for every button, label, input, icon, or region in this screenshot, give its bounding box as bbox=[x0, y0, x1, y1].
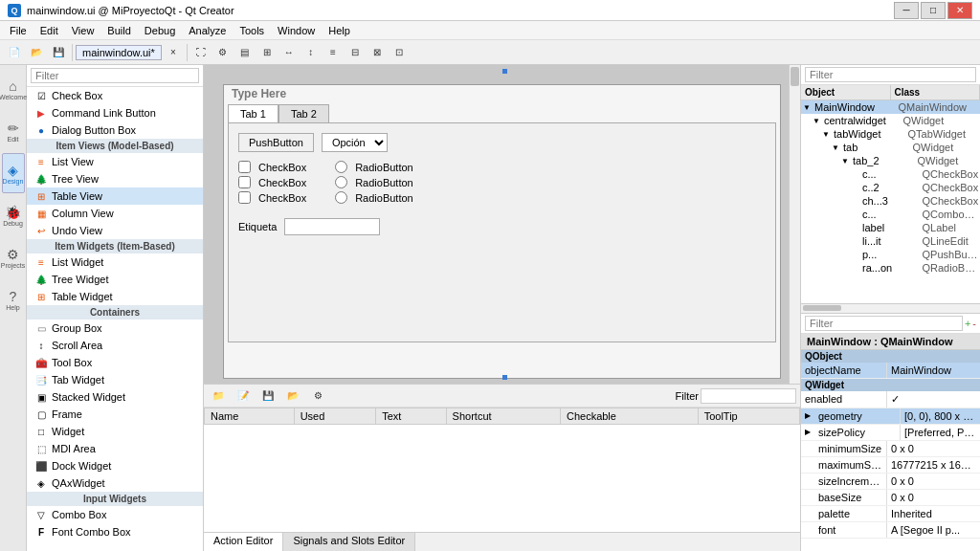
mode-design[interactable]: ◈ Design bbox=[2, 153, 25, 193]
action-new[interactable]: 📁 bbox=[208, 386, 229, 407]
minimize-button[interactable]: ─ bbox=[894, 2, 919, 19]
prop-val[interactable]: 0 x 0 bbox=[887, 474, 980, 489]
widget-tree-view[interactable]: 🌲 Tree View bbox=[27, 170, 203, 187]
canvas-line-edit[interactable] bbox=[284, 218, 380, 235]
checkbox-input-2[interactable] bbox=[238, 176, 251, 188]
radio-input-1[interactable] bbox=[335, 161, 347, 173]
toolbar-btn6[interactable]: ↕ bbox=[301, 42, 322, 63]
design-scrollbar[interactable] bbox=[789, 65, 800, 384]
widget-frame[interactable]: ▢ Frame bbox=[27, 406, 203, 423]
file-tab[interactable]: mainwindow.ui* bbox=[76, 45, 162, 60]
menu-view[interactable]: View bbox=[66, 24, 100, 37]
widget-list-widget[interactable]: ≡ List Widget bbox=[27, 253, 203, 271]
design-area[interactable]: Type Here Tab 1 Tab 2 PushButton bbox=[204, 65, 800, 384]
widget-command-link[interactable]: ▶ Command Link Button bbox=[27, 104, 203, 121]
widget-column-view[interactable]: ▦ Column View bbox=[27, 205, 203, 222]
hscroll-thumb[interactable] bbox=[803, 305, 841, 311]
prop-row-geometry[interactable]: ▶ geometry [0, 0), 800 x 600 bbox=[801, 408, 980, 425]
tree-item-tabwidget[interactable]: ▼ tabWidget QTabWidget bbox=[801, 127, 980, 141]
canvas-push-button[interactable]: PushButton bbox=[238, 133, 314, 152]
action-settings[interactable]: ⚙ bbox=[307, 386, 328, 407]
toolbar-new[interactable]: 📄 bbox=[4, 42, 25, 63]
menu-analyze[interactable]: Analyze bbox=[183, 24, 232, 37]
prop-row-font[interactable]: font A [Segoe II p... bbox=[801, 522, 980, 539]
widget-widget[interactable]: □ Widget bbox=[27, 423, 203, 440]
widget-font-combo[interactable]: F Font Combo Box bbox=[27, 523, 203, 540]
prop-val[interactable]: 0 x 0 bbox=[887, 441, 980, 456]
menu-edit[interactable]: Edit bbox=[34, 24, 64, 37]
action-add[interactable]: 📝 bbox=[233, 386, 254, 407]
maximize-button[interactable]: □ bbox=[921, 2, 946, 19]
widget-list-view[interactable]: ≡ List View bbox=[27, 153, 203, 170]
prop-val[interactable]: [Preferred, Pref... bbox=[901, 425, 980, 440]
widget-tool-box[interactable]: 🧰 Tool Box bbox=[27, 354, 203, 371]
widget-combo-box[interactable]: ▽ Combo Box bbox=[27, 506, 203, 523]
prop-val[interactable]: Inherited bbox=[887, 506, 980, 521]
toolbar-open[interactable]: 📂 bbox=[26, 42, 47, 63]
object-filter-input[interactable] bbox=[805, 67, 976, 82]
widget-stacked[interactable]: ▣ Stacked Widget bbox=[27, 388, 203, 406]
mode-debug[interactable]: 🐞 Debug bbox=[2, 195, 25, 235]
tab-action-editor[interactable]: Action Editor bbox=[204, 533, 283, 551]
file-tab-close[interactable]: × bbox=[163, 42, 184, 63]
tree-item-tab2[interactable]: ▼ tab_2 QWidget bbox=[801, 154, 980, 167]
toolbar-btn3[interactable]: ▤ bbox=[234, 42, 256, 63]
widget-tree-widget[interactable]: 🌲 Tree Widget bbox=[27, 271, 203, 288]
checkbox-input-3[interactable] bbox=[238, 191, 251, 204]
menu-debug[interactable]: Debug bbox=[139, 24, 181, 37]
tree-item-c3[interactable]: ch...3 QCheckBox bbox=[801, 194, 980, 208]
widget-table-widget[interactable]: ⊞ Table Widget bbox=[27, 288, 203, 305]
widget-dialog-button[interactable]: ● Dialog Button Box bbox=[27, 121, 203, 139]
prop-filter-input[interactable] bbox=[805, 316, 963, 331]
toolbar-btn9[interactable]: ⊠ bbox=[367, 42, 388, 63]
toolbar-btn8[interactable]: ⊟ bbox=[345, 42, 366, 63]
widget-filter-input[interactable] bbox=[31, 68, 199, 83]
scrollbar-thumb[interactable] bbox=[791, 67, 799, 86]
tree-item-label[interactable]: label QLabel bbox=[801, 221, 980, 234]
widget-mdi-area[interactable]: ⬚ MDI Area bbox=[27, 440, 203, 457]
tree-item-c2[interactable]: c..2 QCheckBox bbox=[801, 181, 980, 194]
canvas-combo-box[interactable]: Opción bbox=[322, 133, 388, 152]
prop-val[interactable]: 16777215 x 1677.. bbox=[887, 457, 980, 473]
prop-val[interactable]: ✓ bbox=[887, 391, 980, 408]
mode-help[interactable]: ? Help bbox=[2, 279, 25, 320]
menu-build[interactable]: Build bbox=[101, 24, 136, 37]
radio-input-3[interactable] bbox=[335, 191, 347, 204]
prop-val[interactable]: [0, 0), 800 x 600 bbox=[901, 408, 980, 424]
prop-val[interactable]: 0 x 0 bbox=[887, 490, 980, 505]
widget-scroll-area[interactable]: ↕ Scroll Area bbox=[27, 337, 203, 354]
bottom-filter-input[interactable] bbox=[701, 388, 796, 404]
toolbar-btn10[interactable]: ⊡ bbox=[389, 42, 410, 63]
widget-dock[interactable]: ⬛ Dock Widget bbox=[27, 457, 203, 474]
canvas-tab-1[interactable]: Tab 1 bbox=[228, 104, 278, 122]
prop-val[interactable]: A [Segoe II p... bbox=[887, 522, 980, 538]
toolbar-btn5[interactable]: ↔ bbox=[278, 42, 300, 63]
action-save[interactable]: 💾 bbox=[257, 386, 278, 407]
widget-checkbox[interactable]: ☑ Check Box bbox=[27, 87, 203, 104]
expand-icon[interactable]: ▶ bbox=[801, 408, 814, 424]
prop-row-objectname[interactable]: objectName MainWindow bbox=[801, 363, 980, 379]
checkbox-input-1[interactable] bbox=[238, 161, 251, 173]
tree-item-pushbtn[interactable]: p... QPushButton bbox=[801, 248, 980, 261]
tree-item-c4[interactable]: c... QComboBox bbox=[801, 208, 980, 221]
tree-item-tab[interactable]: ▼ tab QWidget bbox=[801, 141, 980, 154]
radio-input-2[interactable] bbox=[335, 176, 347, 188]
prop-row-sizeincrement[interactable]: sizeIncrement 0 x 0 bbox=[801, 474, 980, 490]
prop-row-maxsize[interactable]: maximumSize 16777215 x 1677.. bbox=[801, 457, 980, 474]
widget-tab-widget[interactable]: 📑 Tab Widget bbox=[27, 371, 203, 388]
widget-group-box[interactable]: ▭ Group Box bbox=[27, 320, 203, 337]
menu-window[interactable]: Window bbox=[272, 24, 321, 37]
tree-item-centralwidget[interactable]: ▼ centralwidget QWidget bbox=[801, 114, 980, 127]
tree-item-radio[interactable]: ra...on QRadioButton bbox=[801, 261, 980, 275]
prop-row-sizepolicy[interactable]: ▶ sizePolicy [Preferred, Pref... bbox=[801, 425, 980, 441]
prop-row-palette[interactable]: palette Inherited bbox=[801, 506, 980, 522]
tree-item-mainwindow[interactable]: ▼ MainWindow QMainWindow bbox=[801, 100, 980, 114]
toolbar-save[interactable]: 💾 bbox=[48, 42, 69, 63]
menu-file[interactable]: File bbox=[4, 24, 33, 37]
tree-item-lineedit[interactable]: li...it QLineEdit bbox=[801, 234, 980, 248]
toolbar-btn4[interactable]: ⊞ bbox=[256, 42, 278, 63]
mode-projects[interactable]: ⚙ Projects bbox=[2, 237, 25, 277]
toolbar-btn7[interactable]: ≡ bbox=[323, 42, 344, 63]
action-open[interactable]: 📂 bbox=[282, 386, 303, 407]
mode-edit[interactable]: ✏ Edit bbox=[2, 111, 25, 151]
